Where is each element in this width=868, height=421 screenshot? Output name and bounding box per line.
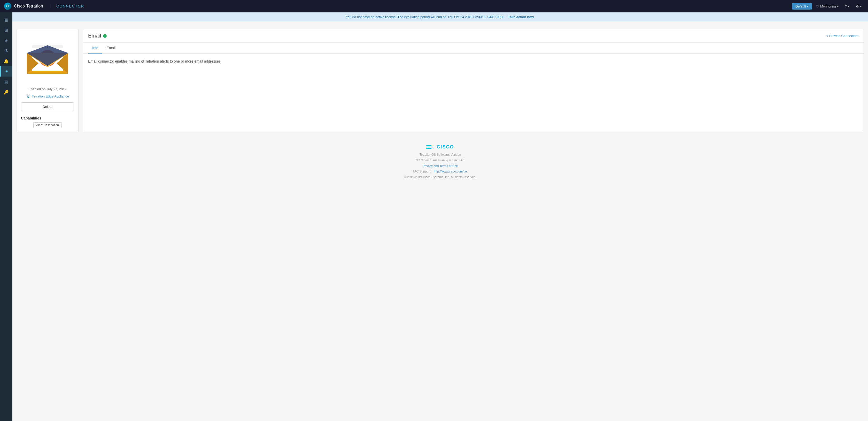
cisco-text: CISCO — [437, 143, 454, 151]
wifi-icon: 📡 — [26, 94, 30, 98]
tac-link[interactable]: http://www.cisco.com/tac — [434, 170, 468, 173]
chart-icon: ▦ — [4, 17, 8, 22]
take-action-link[interactable]: Take action now. — [508, 15, 534, 19]
settings-nav[interactable]: ⚙ ▾ — [854, 3, 864, 9]
heart-icon: ♡ — [816, 4, 819, 8]
email-icon-wrapper: @ — [21, 33, 74, 83]
shield-icon: ◈ — [5, 38, 8, 43]
capabilities-title: Capabilities — [21, 116, 74, 120]
sidebar: ▦ ⊞ ◈ ⚗ 🔔 ✦ ▤ 🔑 — [0, 12, 12, 421]
content-wrapper: @ Enabled on July 27, 2019 📡 Tetration E… — [17, 29, 864, 132]
sidebar-item-topology[interactable]: ⊞ — [0, 25, 12, 35]
default-button[interactable]: Default ▾ — [792, 3, 812, 9]
sidebar-item-keys[interactable]: 🔑 — [0, 87, 12, 97]
tab-info[interactable]: Info — [88, 43, 102, 54]
right-panel: Email Browse Connectors Info Email Email… — [83, 29, 864, 132]
footer: CISCO TetrationOS Software, Version 3.4.… — [17, 132, 864, 185]
sidebar-item-analytics[interactable]: ⚗ — [0, 46, 12, 56]
enabled-date: Enabled on July 27, 2019 — [21, 87, 74, 91]
license-banner: You do not have an active license. The e… — [12, 12, 868, 22]
sidebar-item-settings[interactable]: ▤ — [0, 77, 12, 87]
left-panel: @ Enabled on July 27, 2019 📡 Tetration E… — [17, 29, 79, 132]
storage-icon: ▤ — [4, 79, 8, 84]
privacy-link[interactable]: Privacy and Terms of Use — [423, 164, 458, 168]
appliance-link[interactable]: 📡 Tetration Edge Appliance — [21, 94, 74, 98]
delete-button[interactable]: Delete — [21, 103, 74, 111]
cisco-bars-icon — [426, 145, 433, 149]
tab-email[interactable]: Email — [102, 43, 120, 54]
section-label: CONNECTOR — [51, 4, 84, 8]
monitoring-nav[interactable]: ♡ Monitoring ▾ — [814, 3, 841, 9]
cisco-logo: CISCO — [21, 143, 860, 151]
copyright-text: © 2015-2019 Cisco Systems, Inc. All righ… — [21, 174, 860, 180]
version-label: 3.4.2.52676.maarumug.mrpm.build — [21, 158, 860, 163]
sidebar-item-security[interactable]: ◈ — [0, 35, 12, 46]
privacy-line: Privacy and Terms of Use — [21, 163, 860, 169]
logo-area: ⟳ Cisco Tetration CONNECTOR — [4, 3, 84, 10]
tabs: Info Email — [83, 43, 864, 54]
sidebar-item-dashboard[interactable]: ▦ — [0, 15, 12, 25]
chevron-down-icon: ▾ — [848, 4, 850, 8]
connector-description: Email connector enables mailing of Tetra… — [88, 59, 859, 64]
help-nav[interactable]: ? ▾ — [843, 3, 852, 9]
app-name: Cisco Tetration — [14, 4, 43, 8]
status-indicator — [103, 34, 107, 38]
tab-content: Email connector enables mailing of Tetra… — [83, 54, 864, 69]
software-label: TetrationOS Software, Version — [21, 152, 860, 158]
main-content: @ Enabled on July 27, 2019 📡 Tetration E… — [12, 25, 868, 421]
grid-icon: ⊞ — [5, 28, 8, 33]
capability-badge: Alert Destination — [33, 122, 62, 128]
sidebar-item-alerts[interactable]: 🔔 — [0, 56, 12, 66]
sidebar-item-connector[interactable]: ✦ — [0, 66, 12, 77]
key-icon: 🔑 — [4, 90, 9, 95]
browse-connectors-link[interactable]: Browse Connectors — [826, 34, 859, 38]
app-logo: ⟳ — [4, 3, 11, 10]
caret-icon: ▾ — [807, 5, 808, 8]
connector-title: Email — [88, 33, 107, 39]
connector-icon: ✦ — [5, 69, 8, 74]
nav-right: Default ▾ ♡ Monitoring ▾ ? ▾ ⚙ ▾ — [792, 3, 864, 9]
chevron-down-icon: ▾ — [837, 4, 839, 8]
email-illustration: @ — [24, 37, 71, 79]
top-navigation: ⟳ Cisco Tetration CONNECTOR Default ▾ ♡ … — [0, 0, 868, 12]
chevron-down-icon: ▾ — [860, 4, 862, 8]
tac-line: TAC Support: http://www.cisco.com/tac — [21, 169, 860, 174]
bell-icon: 🔔 — [4, 59, 9, 64]
flask-icon: ⚗ — [4, 48, 8, 53]
right-panel-header: Email Browse Connectors — [83, 29, 864, 43]
